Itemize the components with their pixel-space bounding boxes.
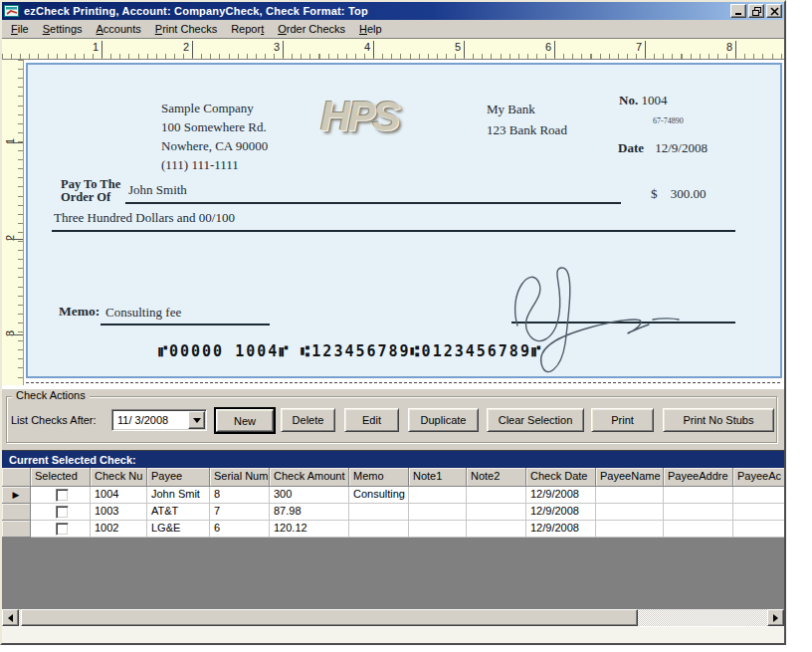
scroll-left-button[interactable] xyxy=(2,609,19,626)
title-bar[interactable]: ezCheck Printing, Account: CompanyCheck,… xyxy=(2,2,784,20)
table-row[interactable]: ▶1004John Smit8300Consulting12/9/2008 xyxy=(2,487,784,504)
grid-cell[interactable] xyxy=(664,504,733,521)
row-selector-header xyxy=(2,468,31,487)
grid-cell[interactable] xyxy=(596,521,664,538)
ruler-number: 3 xyxy=(236,41,280,53)
menu-item-report[interactable]: Report xyxy=(224,21,271,37)
grid-cell[interactable] xyxy=(664,487,733,504)
menu-item-settings[interactable]: Settings xyxy=(36,21,90,37)
grid-cell[interactable]: 12/9/2008 xyxy=(526,487,596,504)
column-header-check-date[interactable]: Check Date xyxy=(526,468,596,487)
grid-cell[interactable] xyxy=(664,521,733,538)
grid-cell[interactable]: AT&T xyxy=(147,504,210,521)
grid-cell[interactable]: 12/9/2008 xyxy=(526,504,596,521)
row-checkbox[interactable] xyxy=(56,523,69,536)
clear-selection-button[interactable]: Clear Selection xyxy=(487,408,584,432)
menu-item-accounts[interactable]: Accounts xyxy=(90,21,148,37)
restore-button[interactable] xyxy=(748,4,764,18)
close-button[interactable] xyxy=(766,4,782,18)
column-header-selected[interactable]: Selected xyxy=(31,468,91,487)
grid-cell[interactable] xyxy=(467,504,526,521)
combobox-dropdown-button[interactable] xyxy=(188,411,205,429)
print-button[interactable]: Print xyxy=(591,408,654,432)
table-row[interactable]: 1003AT&T787.9812/9/2008 xyxy=(2,504,784,521)
grid-cell[interactable] xyxy=(409,521,467,538)
ruler-number: 8 xyxy=(689,41,732,53)
grid-cell[interactable] xyxy=(596,504,664,521)
row-selector-cell[interactable] xyxy=(2,521,31,538)
grid-cell[interactable]: Consulting xyxy=(349,487,409,504)
column-header-payeeaddre[interactable]: PayeeAddre xyxy=(664,468,733,487)
chevron-down-icon xyxy=(193,418,201,423)
grid-cell[interactable] xyxy=(733,487,784,504)
window-title: ezCheck Printing, Account: CompanyCheck,… xyxy=(24,5,730,17)
column-header-memo[interactable]: Memo xyxy=(349,468,409,487)
menu-item-help[interactable]: Help xyxy=(352,21,389,37)
horizontal-scrollbar[interactable] xyxy=(2,609,784,626)
grid-cell[interactable]: 300 xyxy=(270,487,349,504)
grid-cell[interactable] xyxy=(596,487,664,504)
row-checkbox[interactable] xyxy=(56,489,69,502)
bank-address: 123 Bank Road xyxy=(487,119,567,140)
company-name: Sample Company xyxy=(161,99,268,117)
edit-button[interactable]: Edit xyxy=(344,408,399,432)
payee-name: John Smith xyxy=(128,182,187,198)
delete-button[interactable]: Delete xyxy=(281,408,335,432)
table-row[interactable]: 1002LG&E6120.1212/9/2008 xyxy=(2,521,784,538)
column-header-payeeac[interactable]: PayeeAc xyxy=(733,468,784,487)
grid-cell[interactable]: 7 xyxy=(210,504,270,521)
grid-cell[interactable]: 1003 xyxy=(91,504,147,521)
date-block: Date 12/9/2008 xyxy=(618,140,708,156)
check-preview[interactable]: Sample Company 100 Somewhere Rd. Nowhere… xyxy=(26,63,782,378)
column-header-note2[interactable]: Note2 xyxy=(467,468,526,487)
column-header-check-nu[interactable]: Check Nu xyxy=(91,468,147,487)
new-button[interactable]: New xyxy=(216,409,274,432)
grid-cell[interactable] xyxy=(349,504,409,521)
app-window: ezCheck Printing, Account: CompanyCheck,… xyxy=(0,0,786,645)
amount-words-line xyxy=(52,230,735,232)
grid-cell[interactable] xyxy=(467,521,526,538)
grid-cell[interactable]: 12/9/2008 xyxy=(526,521,596,538)
ruler-major-tick xyxy=(192,41,193,58)
company-phone: (111) 111-1111 xyxy=(161,155,268,174)
scrollbar-thumb[interactable] xyxy=(21,609,638,626)
scroll-right-button[interactable] xyxy=(767,609,784,626)
list-checks-after-combobox[interactable]: 11/ 3/2008 xyxy=(111,409,207,431)
menu-bar: FileSettingsAccountsPrint ChecksReportOr… xyxy=(2,20,784,39)
grid-cell[interactable]: 1002 xyxy=(91,521,147,538)
grid-cell[interactable]: John Smit xyxy=(147,487,210,504)
ruler-number: 5 xyxy=(417,41,461,53)
grid-cell[interactable]: 120.12 xyxy=(270,521,349,538)
hps-logo: HPS xyxy=(320,93,397,140)
grid-cell[interactable] xyxy=(349,521,409,538)
minimize-button[interactable] xyxy=(730,4,746,18)
row-selector-cell[interactable]: ▶ xyxy=(2,487,31,504)
column-header-payee[interactable]: Payee xyxy=(147,468,210,487)
grid-cell[interactable]: 87.98 xyxy=(270,504,349,521)
row-selector-cell[interactable] xyxy=(2,504,31,521)
grid-cell[interactable]: 8 xyxy=(210,487,270,504)
grid-cell[interactable]: 1004 xyxy=(91,487,147,504)
grid-cell[interactable] xyxy=(733,521,784,538)
grid-cell[interactable] xyxy=(409,487,467,504)
print-no-stubs-button[interactable]: Print No Stubs xyxy=(663,408,774,432)
check-number-value: 1004 xyxy=(641,93,667,108)
column-header-payeename[interactable]: PayeeName xyxy=(596,468,664,487)
column-header-check-amount[interactable]: Check Amount xyxy=(270,468,349,487)
ruler-number: 6 xyxy=(508,41,551,53)
grid-cell[interactable] xyxy=(733,504,784,521)
grid-cell[interactable]: LG&E xyxy=(147,521,210,538)
menu-item-file[interactable]: File xyxy=(4,21,36,37)
duplicate-button[interactable]: Duplicate xyxy=(408,408,479,432)
column-header-note1[interactable]: Note1 xyxy=(409,468,467,487)
row-checkbox[interactable] xyxy=(56,506,69,519)
ruler-major-tick xyxy=(735,41,736,58)
grid-cell[interactable]: 6 xyxy=(210,521,270,538)
signature-scribble xyxy=(504,256,683,383)
menu-item-order-checks[interactable]: Order Checks xyxy=(271,21,352,37)
menu-item-print-checks[interactable]: Print Checks xyxy=(148,21,224,37)
selected-cell xyxy=(31,487,91,504)
column-header-serial-num[interactable]: Serial Num xyxy=(210,468,270,487)
grid-cell[interactable] xyxy=(467,487,526,504)
grid-cell[interactable] xyxy=(409,504,467,521)
